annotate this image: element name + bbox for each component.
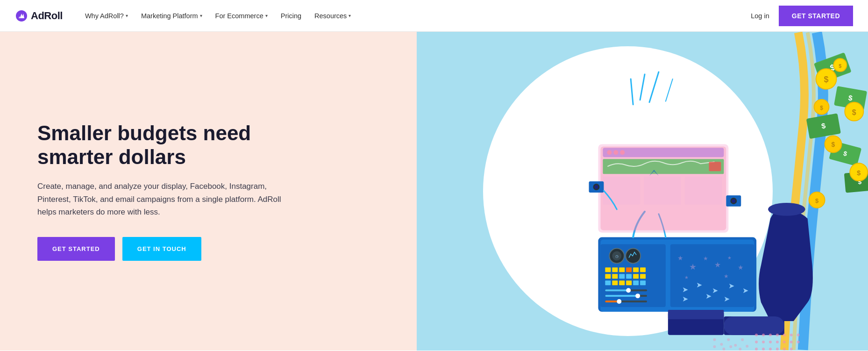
svg-rect-83: [603, 159, 724, 174]
svg-rect-45: [605, 280, 611, 285]
svg-text:$: $: [831, 141, 835, 148]
svg-rect-33: [605, 267, 611, 272]
svg-rect-38: [640, 267, 646, 272]
nav-right: Log in GET STARTED: [751, 6, 853, 26]
svg-point-106: [776, 334, 779, 337]
svg-text:★: ★: [703, 255, 708, 262]
nav-item-ecommerce[interactable]: For Ecommerce ▾: [210, 8, 273, 23]
svg-text:★: ★: [714, 261, 721, 269]
svg-line-95: [640, 74, 645, 100]
svg-point-126: [734, 344, 737, 347]
svg-text:★: ★: [689, 262, 697, 272]
svg-point-119: [797, 334, 800, 337]
svg-point-91: [594, 185, 598, 189]
svg-point-124: [720, 343, 723, 346]
svg-point-127: [741, 338, 744, 341]
login-link[interactable]: Log in: [751, 12, 769, 20]
svg-rect-43: [633, 274, 639, 279]
svg-point-123: [713, 338, 716, 341]
svg-point-131: [739, 348, 741, 351]
svg-rect-52: [605, 289, 628, 291]
svg-text:$: $: [820, 105, 823, 111]
svg-point-113: [755, 348, 758, 351]
nav-item-why-adroll[interactable]: Why AdRoll? ▾: [79, 8, 134, 23]
svg-text:★: ★: [724, 273, 729, 279]
nav-get-started-button[interactable]: GET STARTED: [779, 6, 853, 26]
svg-text:➤: ➤: [696, 281, 702, 289]
svg-rect-87: [685, 177, 722, 205]
svg-rect-41: [619, 274, 625, 279]
svg-text:➤: ➤: [724, 295, 730, 303]
nav-item-resources[interactable]: Resources ▾: [309, 8, 356, 23]
svg-point-116: [776, 348, 779, 351]
svg-text:$: $: [824, 75, 828, 84]
svg-rect-100: [668, 310, 724, 319]
svg-point-82: [620, 150, 625, 155]
svg-text:★: ★: [727, 255, 732, 260]
nav-item-pricing[interactable]: Pricing: [275, 8, 307, 23]
svg-text:★: ★: [684, 275, 689, 280]
svg-text:➤: ➤: [705, 292, 711, 300]
svg-rect-37: [633, 267, 639, 272]
svg-rect-40: [612, 274, 618, 279]
svg-text:★: ★: [738, 264, 744, 271]
svg-point-121: [797, 341, 800, 344]
svg-point-53: [626, 288, 631, 293]
svg-rect-42: [626, 274, 632, 279]
svg-point-125: [727, 338, 730, 341]
svg-point-108: [755, 341, 758, 344]
chevron-down-icon: ▾: [349, 13, 351, 18]
hero-title: Smaller budgets need smarter dollars: [37, 122, 280, 169]
hero-get-started-button[interactable]: GET STARTED: [37, 237, 115, 261]
svg-point-25: [768, 203, 805, 216]
svg-point-132: [746, 345, 748, 348]
svg-rect-36: [626, 267, 632, 272]
svg-point-103: [755, 334, 758, 337]
hero-section: Smaller budgets need smarter dollars Cre…: [0, 32, 868, 351]
logo[interactable]: AdRoll: [15, 9, 63, 22]
svg-rect-34: [612, 267, 618, 272]
svg-rect-49: [633, 280, 639, 285]
svg-point-94: [732, 199, 735, 203]
svg-text:➤: ➤: [742, 287, 748, 294]
logo-text: AdRoll: [31, 10, 63, 22]
svg-point-130: [729, 345, 732, 348]
svg-line-98: [666, 79, 673, 101]
svg-point-105: [769, 334, 772, 337]
hero-subtitle: Create, manage, and analyze your display…: [37, 180, 290, 218]
svg-point-111: [776, 341, 779, 344]
chevron-down-icon: ▾: [200, 13, 202, 18]
svg-point-117: [783, 348, 786, 351]
chevron-down-icon: ▾: [265, 13, 268, 18]
svg-line-97: [631, 79, 633, 105]
svg-text:$: $: [852, 108, 856, 116]
navbar: AdRoll Why AdRoll? ▾ Marketing Platform …: [0, 0, 868, 32]
svg-point-32: [626, 249, 640, 264]
svg-point-122: [790, 348, 793, 351]
svg-point-129: [722, 348, 725, 351]
hero-get-in-touch-button[interactable]: GET IN TOUCH: [122, 237, 201, 261]
svg-point-81: [613, 150, 618, 155]
svg-point-80: [607, 150, 612, 155]
svg-point-112: [783, 341, 786, 344]
svg-rect-47: [619, 280, 625, 285]
svg-text:➤: ➤: [682, 295, 688, 303]
svg-text:➤: ➤: [728, 282, 734, 290]
svg-text:$: $: [857, 169, 861, 177]
svg-text:$: $: [815, 197, 819, 204]
hero-left-panel: Smaller budgets need smarter dollars Cre…: [0, 32, 417, 351]
svg-point-109: [762, 341, 765, 344]
svg-text:★: ★: [677, 254, 683, 262]
svg-line-96: [649, 72, 659, 102]
svg-point-104: [762, 334, 765, 337]
svg-rect-85: [603, 177, 640, 205]
svg-point-118: [790, 334, 793, 337]
svg-point-120: [790, 341, 793, 344]
svg-text:➤: ➤: [682, 286, 688, 294]
svg-point-110: [769, 341, 772, 344]
hero-right-panel: $ $ $ $ $ $ $ $: [417, 32, 868, 351]
nav-item-marketing-platform[interactable]: Marketing Platform ▾: [135, 8, 208, 23]
svg-rect-48: [626, 280, 632, 285]
svg-rect-50: [640, 280, 646, 285]
nav-links: Why AdRoll? ▾ Marketing Platform ▾ For E…: [79, 8, 751, 23]
